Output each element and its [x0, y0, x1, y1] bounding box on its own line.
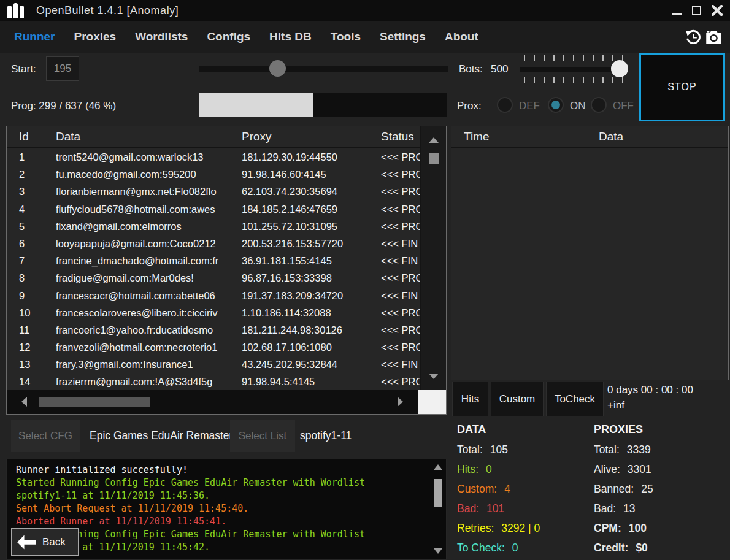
col-header-status[interactable]: Status	[381, 130, 420, 144]
nav-bar: Runner Proxies Wordlists Configs Hits DB…	[0, 21, 730, 53]
results-table-header: Id Data Proxy Status	[7, 126, 446, 148]
bots-label: Bots:	[459, 63, 483, 75]
minimize-icon[interactable]	[669, 2, 685, 18]
maximize-icon[interactable]	[688, 2, 704, 18]
col-header-proxy[interactable]: Proxy	[242, 130, 378, 144]
start-label: Start:	[11, 63, 36, 75]
nav-item-runner[interactable]: Runner	[14, 30, 55, 44]
remaining-time: +inf	[607, 399, 729, 412]
stat-total: Total:105	[457, 443, 540, 456]
progress-label: Prog: 299 / 637 (46 %)	[11, 100, 116, 112]
col-header-data[interactable]: Data	[56, 130, 239, 144]
proxies-stats-panel: PROXIES Total:3339 Alive:3301 Banned:25 …	[594, 423, 653, 560]
table-row[interactable]: 9francescacr@hotmail.com:abette06191.37.…	[7, 288, 420, 305]
wordlist-name: spotify1-11	[300, 429, 352, 442]
scroll-up-icon[interactable]	[429, 137, 439, 143]
nav-item-settings[interactable]: Settings	[380, 30, 426, 44]
table-row[interactable]: 2fu.macedo@gmail.com:59520091.98.146.60:…	[7, 166, 420, 183]
history-icon[interactable]	[685, 29, 701, 48]
prox-radio-on-label[interactable]: ON	[570, 100, 586, 112]
nav-item-wordlists[interactable]: Wordlists	[135, 30, 188, 44]
col-header-time[interactable]: Time	[464, 130, 490, 144]
proxy-credit: Credit:$0	[594, 542, 653, 554]
config-name: Epic Games EduAir Remaster	[90, 429, 232, 442]
tab-custom[interactable]: Custom	[491, 382, 544, 416]
back-button[interactable]: Back	[11, 528, 79, 556]
horizontal-scrollbar[interactable]	[7, 390, 418, 414]
prox-radio-off-label[interactable]: OFF	[613, 100, 634, 112]
stat-retries: Retries:3292 | 0	[457, 522, 540, 535]
tab-tocheck[interactable]: ToCheck	[546, 382, 604, 416]
table-row[interactable]: 6looyapapuja@gmail.com:Coco0212200.53.21…	[7, 236, 420, 253]
back-button-label: Back	[42, 536, 66, 548]
proxies-stats-title: PROXIES	[594, 423, 653, 436]
start-slider[interactable]	[199, 66, 448, 72]
log-line: Aborted Runner at 11/11/2019 11:45:41.	[16, 515, 428, 528]
close-icon[interactable]	[709, 2, 725, 18]
table-row[interactable]: 5flxand@gmail.com:elmorros101.255.72.10:…	[7, 218, 420, 236]
col-header-id[interactable]: Id	[19, 130, 51, 144]
results-table: Id Data Proxy Status 1trent5240@gmail.co…	[6, 126, 447, 415]
scroll-left-icon[interactable]	[21, 397, 27, 407]
progress-fill	[199, 93, 313, 117]
table-row[interactable]: 10francescolaroveres@libero.it:cicciriv1…	[7, 305, 420, 322]
vertical-scrollbar[interactable]	[420, 126, 446, 390]
log-scrollbar[interactable]	[433, 464, 443, 555]
bots-value: 500	[491, 63, 508, 75]
nav-item-proxies[interactable]: Proxies	[74, 30, 117, 44]
bots-slider-thumb[interactable]	[611, 60, 628, 77]
tab-hits[interactable]: Hits	[452, 382, 488, 416]
scrollbar-corner	[418, 390, 446, 414]
titlebar: OpenBullet 1.4.1 [Anomaly]	[0, 0, 730, 21]
progress-bar	[199, 93, 447, 117]
log-scrollbar-thumb[interactable]	[434, 479, 442, 507]
prox-radio-def-label[interactable]: DEF	[519, 100, 540, 112]
bots-slider-ticks-top	[524, 55, 623, 61]
proxy-total: Total:3339	[594, 443, 653, 456]
prox-radio-on[interactable]	[548, 97, 564, 113]
table-row[interactable]: 14frazierrm@gmail.com:!A@S3d4f5g91.98.94…	[7, 374, 420, 390]
hits-panel-header: Time Data	[451, 126, 728, 148]
table-row[interactable]: 7francine_dmachado@hotmail.com:fr36.91.1…	[7, 253, 420, 270]
scroll-up-icon[interactable]	[434, 464, 442, 470]
data-stats-title: DATA	[457, 423, 540, 436]
nav-item-tools[interactable]: Tools	[331, 30, 361, 44]
select-list-button[interactable]: Select List	[230, 420, 295, 452]
horizontal-scrollbar-thumb[interactable]	[39, 397, 150, 407]
stat-bad: Bad:101	[457, 502, 540, 515]
hits-panel: Time Data	[451, 126, 729, 380]
table-row[interactable]: 13frary.3@gmail.com:Insurance143.245.202…	[7, 356, 420, 374]
runner-controls: Start: Bots: 500 Prog: 299 / 637 (46 %) …	[0, 53, 730, 126]
results-table-body: 1trent5240@gmail.com:warlock13181.129.30…	[7, 149, 420, 390]
table-row[interactable]: 4fluffycloud5678@hotmail.com:awes184.185…	[7, 201, 420, 218]
scroll-down-icon[interactable]	[429, 374, 439, 379]
bots-slider-ticks-bottom	[524, 77, 623, 83]
nav-item-configs[interactable]: Configs	[207, 30, 250, 44]
start-slider-thumb[interactable]	[269, 60, 286, 77]
window-title: OpenBullet 1.4.1 [Anomaly]	[36, 4, 179, 17]
bots-slider[interactable]	[520, 67, 624, 72]
app-window: OpenBullet 1.4.1 [Anomaly] Runner Proxie…	[0, 0, 730, 560]
stat-custom: Custom:4	[457, 483, 540, 496]
table-row[interactable]: 1trent5240@gmail.com:warlock13181.129.30…	[7, 149, 420, 166]
select-cfg-button[interactable]: Select CFG	[11, 420, 80, 452]
vertical-scrollbar-thumb[interactable]	[429, 153, 439, 164]
start-input[interactable]	[46, 56, 79, 81]
nav-item-hitsdb[interactable]: Hits DB	[269, 30, 312, 44]
table-row[interactable]: 11francoeric1@yahoo.fr:ducatidesmo181.21…	[7, 322, 420, 339]
table-row[interactable]: 3florianbiermann@gmx.net:Flo082flo62.103…	[7, 183, 420, 201]
camera-icon[interactable]	[705, 29, 723, 48]
col-header-hitdata[interactable]: Data	[599, 130, 623, 144]
nav-item-about[interactable]: About	[445, 30, 478, 44]
log-line: Sent Abort Request at 11/11/2019 11:45:4…	[16, 502, 428, 515]
stat-tocheck: To Check:0	[457, 542, 540, 554]
table-row[interactable]: 8fradigue@gmail.com:Mar0des!96.87.16.153…	[7, 270, 420, 287]
scroll-right-icon[interactable]	[398, 397, 403, 407]
proxy-banned: Banned:25	[594, 483, 653, 496]
stop-button[interactable]: STOP	[639, 53, 725, 121]
table-row[interactable]: 12franvezoli@hotmail.com:necroterio1102.…	[7, 339, 420, 356]
prox-radio-def[interactable]	[497, 97, 513, 113]
scroll-down-icon[interactable]	[434, 548, 442, 554]
prox-radio-off[interactable]	[591, 97, 607, 113]
log-line: spotify1-11 at 11/11/2019 11:45:36.	[16, 489, 428, 502]
